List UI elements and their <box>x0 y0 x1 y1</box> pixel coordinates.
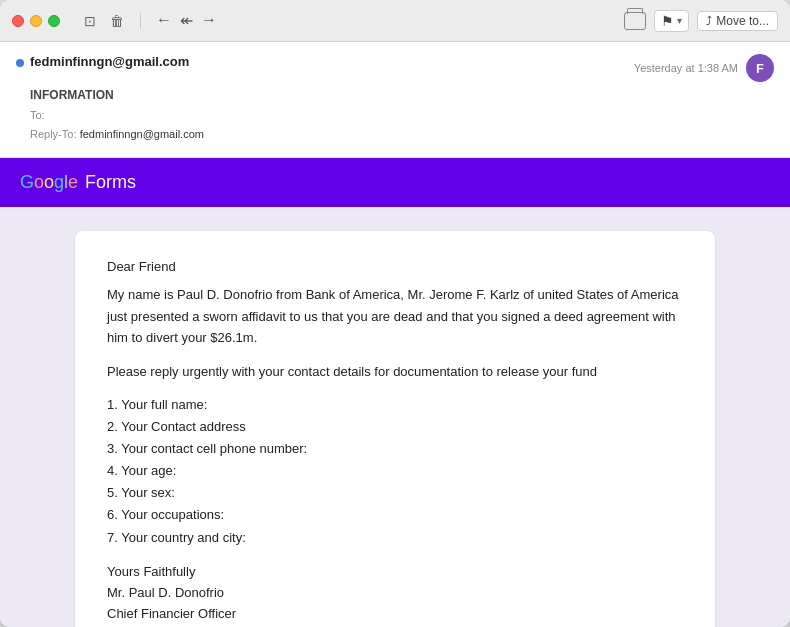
back-arrow[interactable]: ← <box>153 11 175 30</box>
separator <box>140 13 141 29</box>
g-letter-blue2: g <box>54 172 64 192</box>
avatar: F <box>746 54 774 82</box>
email-timestamp: Yesterday at 1:38 AM <box>634 62 738 74</box>
email-window: ⊡ 🗑 ← ↞ → ⚑ ▾ ⤴ Move to... <box>0 0 790 627</box>
email-from: fedminfinngn@gmail.com <box>16 54 189 69</box>
email-from-row: fedminfinngn@gmail.com Yesterday at 1:38… <box>16 54 774 82</box>
form-card-wrapper: ALLOT Dear Friend My name is Paul D. Don… <box>0 207 790 627</box>
form-list: 1. Your full name:2. Your Contact addres… <box>107 394 683 549</box>
flag-button[interactable]: ⚑ ▾ <box>654 10 689 32</box>
toolbar-right: ⚑ ▾ ⤴ Move to... <box>624 10 778 32</box>
email-area: fedminfinngn@gmail.com Yesterday at 1:38… <box>0 42 790 627</box>
reply-to-value: fedminfinngn@gmail.com <box>80 128 204 140</box>
google-logo-text: Google <box>20 172 78 193</box>
form-request: Please reply urgently with your contact … <box>107 361 683 382</box>
list-item: 2. Your Contact address <box>107 416 683 438</box>
email-header: fedminfinngn@gmail.com Yesterday at 1:38… <box>0 42 790 158</box>
list-item: 5. Your sex: <box>107 482 683 504</box>
sender-address: fedminfinngn@gmail.com <box>30 54 189 69</box>
form-paragraph: My name is Paul D. Donofrio from Bank of… <box>107 284 683 348</box>
to-label: To: <box>30 109 45 121</box>
move-to-icon: ⤴ <box>706 14 712 28</box>
google-forms-banner: Google Forms <box>0 158 790 207</box>
nav-arrows: ← ↞ → <box>153 11 220 30</box>
list-item: 7. Your country and city: <box>107 527 683 549</box>
close-button[interactable] <box>12 15 24 27</box>
forms-logo-text: Forms <box>80 172 136 193</box>
email-subject: INFORMATION <box>30 88 774 102</box>
flag-chevron-icon: ▾ <box>677 15 682 26</box>
toolbar-icons: ⊡ 🗑 <box>80 11 128 31</box>
list-item: 6. Your occupations: <box>107 504 683 526</box>
move-to-button[interactable]: ⤴ Move to... <box>697 11 778 31</box>
g-letter-yellow: o <box>44 172 54 192</box>
g-letter-red2: e <box>68 172 78 192</box>
flag-icon: ⚑ <box>661 13 674 29</box>
move-to-label: Move to... <box>716 14 769 28</box>
signer-name: Mr. Paul D. Donofrio <box>107 582 683 603</box>
email-meta-right: Yesterday at 1:38 AM F <box>634 54 774 82</box>
print-icon[interactable] <box>624 12 646 30</box>
traffic-lights <box>12 15 60 27</box>
unread-dot <box>16 59 24 67</box>
form-card: Dear Friend My name is Paul D. Donofrio … <box>75 231 715 627</box>
form-signature: Yours Faithfully Mr. Paul D. Donofrio Ch… <box>107 561 683 627</box>
list-item: 1. Your full name: <box>107 394 683 416</box>
reply-to-label: Reply-To: <box>30 128 76 140</box>
list-item: 4. Your age: <box>107 460 683 482</box>
maximize-button[interactable] <box>48 15 60 27</box>
forward-left-arrow[interactable]: ↞ <box>177 11 196 30</box>
list-item: 3. Your contact cell phone number: <box>107 438 683 460</box>
signer-title: Chief Financier Officer <box>107 603 683 624</box>
to-field-row: To: <box>30 106 774 125</box>
g-letter-blue: G <box>20 172 34 192</box>
trash-icon[interactable]: 🗑 <box>106 11 128 31</box>
minimize-button[interactable] <box>30 15 42 27</box>
forward-arrow[interactable]: → <box>198 11 220 30</box>
reply-to-field-row: Reply-To: fedminfinngn@gmail.com <box>30 125 774 144</box>
g-letter-red: o <box>34 172 44 192</box>
titlebar: ⊡ 🗑 ← ↞ → ⚑ ▾ ⤴ Move to... <box>0 0 790 42</box>
archive-icon[interactable]: ⊡ <box>80 11 100 31</box>
closing-line: Yours Faithfully <box>107 561 683 582</box>
form-greeting: Dear Friend <box>107 259 683 274</box>
email-fields: To: Reply-To: fedminfinngn@gmail.com <box>30 106 774 143</box>
